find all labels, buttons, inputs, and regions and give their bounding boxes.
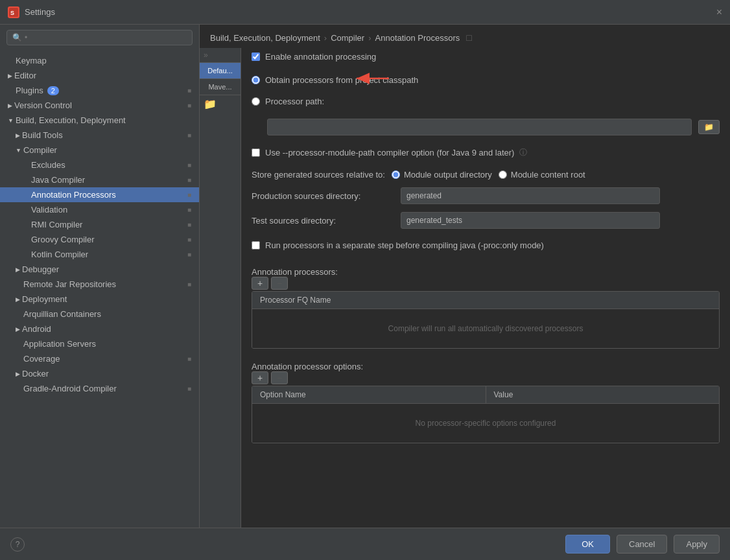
folder-icon: 📁 — [204, 99, 217, 110]
breadcrumb-part-1: Build, Execution, Deployment — [210, 33, 320, 43]
run-processors-label[interactable]: Run processors in a separate step before… — [265, 240, 544, 250]
obtain-processors-row: Obtain processors from project classpath — [252, 73, 720, 87]
use-processor-module-label[interactable]: Use --processor-module-path compiler opt… — [265, 148, 514, 158]
sidebar-item-build-tools[interactable]: ▶Build Tools■ — [0, 128, 199, 143]
sidebar-item-annotation-processors[interactable]: Annotation Processors■ — [0, 187, 199, 202]
annotation-processors-label: Annotation processors: — [252, 267, 720, 277]
options-table-header: Option Name Value — [252, 386, 719, 404]
test-sources-input[interactable] — [401, 212, 660, 229]
sidebar-item-validation[interactable]: Validation■ — [0, 202, 199, 217]
tab-default[interactable]: Defau... — [200, 63, 241, 79]
search-input[interactable] — [25, 33, 187, 42]
add-profile-button[interactable]: 📁 — [200, 95, 241, 113]
browse-path-button[interactable]: 📁 — [698, 120, 720, 134]
production-sources-label: Production sources directory: — [252, 191, 394, 201]
sidebar-item-build-exec-deploy[interactable]: ▼Build, Execution, Deployment — [0, 113, 199, 128]
sidebar-label-annotation-processors: Annotation Processors — [31, 190, 116, 200]
enable-annotation-checkbox[interactable] — [252, 52, 260, 61]
value-header: Value — [486, 386, 720, 403]
sidebar-item-android[interactable]: ▶Android — [0, 321, 199, 336]
sidebar-label-java-compiler: Java Compiler — [31, 175, 85, 185]
annotation-options-section: Annotation processor options: + − Option… — [252, 356, 720, 443]
annotation-processors-section: Annotation processors: + − Processor FQ … — [252, 262, 720, 349]
annotation-options-toolbar: + − — [252, 371, 720, 384]
expand-arrow-build-tools: ▶ — [16, 132, 20, 139]
module-content-label[interactable]: Module content root — [511, 170, 585, 180]
help-button[interactable]: ? — [10, 537, 25, 552]
test-sources-label: Test sources directory: — [252, 216, 394, 226]
help-tooltip-icon[interactable]: ⓘ — [519, 147, 527, 158]
add-option-button[interactable]: + — [252, 371, 268, 384]
sidebar-label-rmi-compiler: RMI Compiler — [31, 220, 82, 229]
sidebar-item-keymap[interactable]: Keymap — [0, 53, 199, 68]
options-table: Option Name Value No processor-specific … — [252, 386, 720, 443]
options-empty-text: No processor-specific options configured — [252, 404, 719, 443]
expand-arrow-debugger: ▶ — [16, 266, 20, 273]
close-button[interactable]: × — [716, 6, 722, 18]
cancel-button[interactable]: Cancel — [617, 535, 667, 554]
sidebar-item-java-compiler[interactable]: Java Compiler■ — [0, 172, 199, 187]
tab-maven[interactable]: Mave... — [200, 79, 241, 95]
sidebar-item-application-servers[interactable]: Application Servers — [0, 336, 199, 351]
module-output-label[interactable]: Module output directory — [404, 170, 492, 180]
sidebar-item-remote-jar[interactable]: Remote Jar Repositories■ — [0, 277, 199, 292]
processor-path-input[interactable] — [267, 119, 692, 135]
sidebar-label-debugger: Debugger — [22, 264, 59, 274]
pin-coverage: ■ — [187, 355, 191, 362]
sidebar-item-excludes[interactable]: Excludes■ — [0, 158, 199, 172]
sidebar-item-deployment[interactable]: ▶Deployment — [0, 292, 199, 307]
sidebar-item-compiler[interactable]: ▼Compiler — [0, 143, 199, 158]
search-box[interactable]: 🔍 — [6, 30, 193, 45]
ok-button[interactable]: OK — [565, 535, 610, 554]
store-generated-label: Store generated sources relative to: — [252, 170, 385, 180]
module-content-radio[interactable] — [499, 170, 507, 179]
sidebar-item-kotlin-compiler[interactable]: Kotlin Compiler■ — [0, 247, 199, 262]
module-output-radio[interactable] — [392, 170, 400, 179]
sidebar-item-groovy-compiler[interactable]: Groovy Compiler■ — [0, 232, 199, 247]
expand-arrow-editor: ▶ — [8, 73, 12, 79]
apply-button[interactable]: Apply — [674, 535, 720, 554]
sidebar-item-arquillian[interactable]: Arquillian Containers — [0, 307, 199, 321]
test-sources-row: Test sources directory: — [252, 212, 720, 229]
pin-button[interactable]: □ — [466, 32, 471, 43]
expand-arrow-build-exec-deploy: ▼ — [8, 117, 14, 124]
sidebar-item-version-control[interactable]: ▶Version Control■ — [0, 98, 199, 113]
module-output-option: Module output directory — [392, 170, 492, 180]
processor-path-input-row: 📁 — [252, 119, 720, 135]
obtain-processors-label[interactable]: Obtain processors from project classpath — [265, 75, 418, 85]
pin-remote-jar: ■ — [187, 281, 191, 288]
remove-option-button[interactable]: − — [271, 371, 288, 384]
breadcrumb-part-2: Compiler — [331, 33, 364, 43]
processors-empty-text: Compiler will run all automatically disc… — [252, 309, 719, 348]
processor-path-label[interactable]: Processor path: — [265, 97, 324, 106]
run-processors-checkbox[interactable] — [252, 241, 260, 250]
sidebar-item-docker[interactable]: ▶Docker — [0, 366, 199, 381]
pin-validation: ■ — [187, 206, 191, 213]
sidebar-item-gradle-android[interactable]: Gradle-Android Compiler■ — [0, 381, 199, 396]
processor-path-row: Processor path: — [252, 95, 720, 108]
sidebar-label-keymap: Keymap — [16, 56, 47, 65]
sidebar-item-plugins[interactable]: Plugins2■ — [0, 83, 199, 98]
split-content: » Defau... Mave... 📁 Enable annotation p… — [200, 48, 730, 528]
enable-annotation-label[interactable]: Enable annotation processing — [265, 52, 376, 62]
sidebar-item-debugger[interactable]: ▶Debugger — [0, 262, 199, 277]
run-processors-row: Run processors in a separate step before… — [252, 237, 720, 254]
left-panel: » Defau... Mave... 📁 — [200, 48, 241, 528]
breadcrumb-part-3: Annotation Processors — [375, 33, 460, 43]
sidebar-item-editor[interactable]: ▶Editor — [0, 68, 199, 83]
pin-rmi-compiler: ■ — [187, 221, 191, 228]
sidebar-item-coverage[interactable]: Coverage■ — [0, 351, 199, 366]
sidebar-label-coverage: Coverage — [23, 354, 60, 364]
sidebar-item-rmi-compiler[interactable]: RMI Compiler■ — [0, 217, 199, 232]
obtain-processors-radio[interactable] — [252, 76, 260, 84]
remove-processor-button[interactable]: − — [271, 277, 288, 290]
production-sources-input[interactable] — [401, 187, 660, 204]
add-processor-button[interactable]: + — [252, 277, 268, 290]
expand-arrow-deployment: ▶ — [16, 296, 20, 303]
use-processor-module-checkbox[interactable] — [252, 148, 260, 157]
processors-table: Processor FQ Name Compiler will run all … — [252, 291, 720, 349]
pin-excludes: ■ — [187, 161, 191, 169]
processor-path-radio[interactable] — [252, 97, 260, 106]
module-content-option: Module content root — [499, 170, 585, 180]
expand-icon[interactable]: » — [204, 51, 208, 60]
